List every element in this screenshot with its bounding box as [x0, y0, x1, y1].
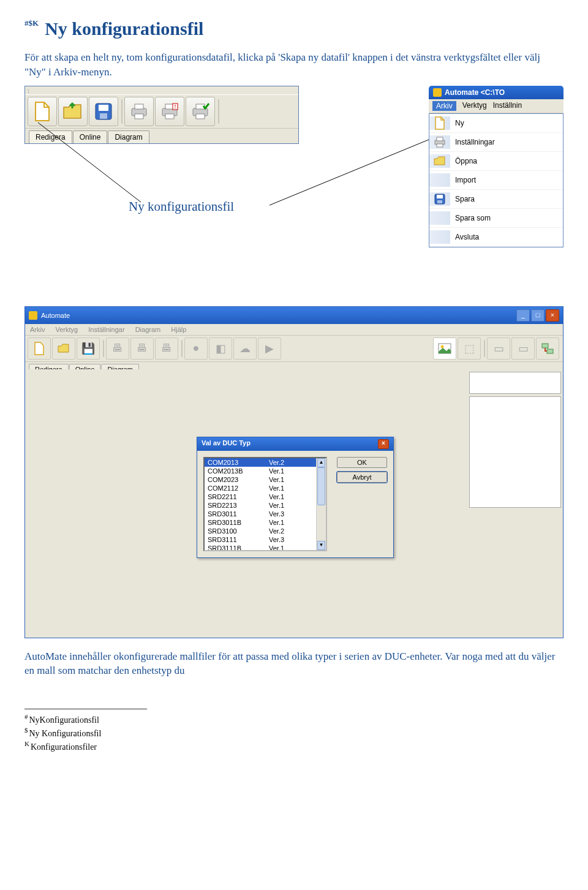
maximize-button[interactable]: □: [531, 309, 545, 322]
side-panels: [469, 372, 561, 510]
list-item[interactable]: SRD3111BVer.1: [205, 544, 326, 551]
side-panel: [469, 396, 561, 508]
list-item[interactable]: COM2023Ver.1: [205, 475, 326, 484]
page-title: Ny konfigurationsfil: [45, 18, 203, 39]
menu-diagram[interactable]: Diagram: [135, 326, 161, 333]
blank-icon: [429, 173, 450, 187]
content-area: Val av DUC Typ × COM2013Ver.2COM2013BVer…: [25, 369, 563, 638]
ref-mark: #$K: [24, 18, 39, 28]
window-title: Automate <C:\TO: [445, 88, 505, 97]
duc-type-list[interactable]: COM2013Ver.2COM2013BVer.1COM2023Ver.1COM…: [203, 457, 327, 551]
toolbar-screenshot: : ! Redigera Online: [24, 86, 299, 144]
close-button[interactable]: ×: [378, 439, 389, 449]
menu-item-oppna[interactable]: Öppna: [429, 152, 563, 171]
print-icon[interactable]: 🖶: [155, 338, 178, 360]
toolbar-divider: [121, 99, 123, 124]
menu-item-spara-som[interactable]: Spara som: [429, 209, 563, 228]
menu-hjalp[interactable]: Hjälp: [171, 326, 186, 333]
print-warn-icon[interactable]: !: [155, 97, 184, 126]
footnote: #NyKonfigurationsfil: [24, 712, 564, 726]
tab-online[interactable]: Online: [73, 130, 108, 143]
new-file-icon[interactable]: [28, 338, 51, 360]
list-item[interactable]: SRD3011BVer.1: [205, 518, 326, 527]
list-item[interactable]: SRD3011Ver.3: [205, 510, 326, 518]
minimize-button[interactable]: _: [516, 309, 530, 322]
disabled-icon: ◧: [209, 338, 232, 360]
open-folder-icon[interactable]: [52, 338, 75, 360]
disabled-icon: ▶: [258, 338, 281, 360]
network-icon[interactable]: [536, 338, 559, 360]
list-item[interactable]: COM2013Ver.2: [205, 458, 326, 467]
list-item[interactable]: SRD3111Ver.3: [205, 535, 326, 544]
menu-verktyg[interactable]: Verktyg: [462, 101, 487, 111]
duc-name: SRD3011: [208, 510, 269, 518]
menu-label: Inställningar: [455, 138, 495, 146]
svg-rect-18: [437, 195, 443, 198]
menu-arkiv[interactable]: Arkiv: [30, 326, 45, 333]
duc-version: Ver.1: [269, 485, 284, 492]
tab-redigera[interactable]: Redigera: [29, 130, 72, 143]
duc-name: SRD3011B: [208, 519, 269, 526]
avbryt-button[interactable]: Avbryt: [337, 472, 387, 483]
list-item[interactable]: SRD3100Ver.2: [205, 527, 326, 535]
svg-rect-4: [135, 104, 143, 109]
menu-item-import[interactable]: Import: [429, 171, 563, 190]
close-button[interactable]: ×: [546, 309, 559, 322]
scroll-thumb[interactable]: [317, 467, 325, 505]
disabled-icon: ☁: [233, 338, 257, 360]
duc-version: Ver.3: [269, 510, 284, 518]
toolbar-divider: [218, 99, 219, 124]
window-titlebar: Automate _ □ ×: [25, 307, 563, 324]
menu-label: Öppna: [455, 157, 477, 165]
main-toolbar: 💾 🖶 🖶 🖶 ● ◧ ☁ ▶ ⬚ ▭ ▭: [25, 336, 563, 362]
blank-icon: [429, 211, 450, 225]
print-icon[interactable]: 🖶: [106, 338, 129, 360]
open-folder-icon[interactable]: [58, 97, 88, 126]
scroll-up-arrow[interactable]: ▲: [317, 458, 325, 467]
disk-icon: [429, 192, 450, 206]
menu-arkiv[interactable]: Arkiv: [432, 101, 456, 111]
svg-rect-19: [437, 200, 442, 203]
list-item[interactable]: COM2112Ver.1: [205, 484, 326, 492]
menubar: Arkiv Verktyg Inställningar Diagram Hjäl…: [25, 324, 563, 336]
callout-label: Ny konfigurationsfil: [129, 199, 234, 214]
duc-version: Ver.1: [269, 493, 284, 500]
list-item[interactable]: COM2013BVer.1: [205, 467, 326, 475]
tab-diagram[interactable]: Diagram: [108, 130, 149, 143]
picture-icon[interactable]: [433, 338, 456, 360]
scrollbar[interactable]: ▲ ▼: [316, 458, 326, 550]
menu-installnin[interactable]: Inställnin: [493, 101, 522, 111]
print-icon[interactable]: 🖶: [130, 338, 154, 360]
save-icon[interactable]: [89, 97, 118, 126]
ok-button[interactable]: OK: [337, 457, 387, 468]
print-ok-icon[interactable]: [186, 97, 215, 126]
duc-version: Ver.2: [269, 459, 284, 466]
list-item[interactable]: SRD2213Ver.1: [205, 501, 326, 510]
duc-name: SRD3111: [208, 536, 269, 543]
duc-version: Ver.1: [269, 476, 284, 483]
menu-label: Spara som: [455, 214, 491, 222]
toolbar-divider: [103, 340, 104, 357]
disabled-icon: ▭: [511, 338, 535, 360]
menu-verktyg[interactable]: Verktyg: [56, 326, 78, 333]
new-file-icon[interactable]: [28, 97, 57, 126]
print-icon[interactable]: [124, 97, 154, 126]
svg-rect-5: [135, 114, 143, 119]
svg-rect-24: [542, 344, 548, 348]
menu-item-spara[interactable]: Spara: [429, 190, 563, 209]
scroll-down-arrow[interactable]: ▼: [317, 541, 325, 550]
toolbar-top-strip: :: [25, 86, 298, 95]
menubar: Arkiv Verktyg Inställnin: [429, 99, 564, 113]
toolbar-icons: !: [25, 95, 298, 129]
menu-item-avsluta[interactable]: Avsluta: [429, 228, 563, 247]
menu-item-ny[interactable]: Ny: [429, 114, 563, 133]
disabled-icon: ⬚: [458, 338, 481, 360]
menu-item-installningar[interactable]: Inställningar: [429, 133, 563, 152]
svg-text:!: !: [175, 104, 176, 110]
printer-icon: [429, 135, 450, 149]
menu-installningar[interactable]: Inställningar: [88, 326, 124, 333]
list-item[interactable]: SRD2211Ver.1: [205, 492, 326, 501]
save-icon[interactable]: 💾: [77, 338, 100, 360]
duc-name: COM2013: [208, 459, 269, 466]
footnote: KKonfigurationsfiler: [24, 739, 564, 753]
